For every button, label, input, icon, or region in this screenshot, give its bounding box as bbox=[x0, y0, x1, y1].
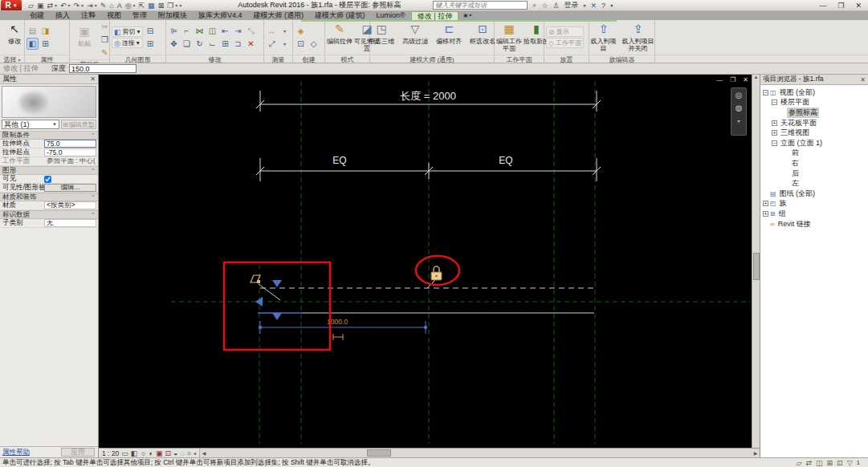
tree-item-elevations[interactable]: − 立面 (立面 1) bbox=[763, 138, 868, 148]
undo-icon[interactable]: ↶ bbox=[60, 1, 67, 10]
crop-view-icon[interactable]: ▣ bbox=[156, 449, 163, 458]
drag-elements-icon[interactable]: ⊡ bbox=[837, 459, 843, 467]
paste-button[interactable]: ▣ 粘贴 bbox=[71, 24, 97, 56]
dimension-tool-icon[interactable]: ⤢ bbox=[266, 38, 278, 50]
collapse-toggle[interactable]: − bbox=[772, 99, 777, 105]
detail-level-icon[interactable]: ▭ bbox=[121, 449, 128, 458]
extrusion-start-input[interactable]: -75.0 bbox=[44, 148, 96, 156]
view-close-icon[interactable]: ✕ bbox=[743, 76, 748, 83]
exchange-apps-icon[interactable]: ✕ bbox=[591, 2, 597, 10]
scroll-right-icon[interactable]: ▶ bbox=[752, 450, 760, 456]
align-icon[interactable]: ⊫ bbox=[168, 25, 180, 37]
open-icon[interactable]: ▱ bbox=[28, 1, 34, 10]
sun-path-icon[interactable]: ☼ bbox=[140, 449, 146, 458]
tree-item-revit-links[interactable]: ∞ Revit 链接 bbox=[763, 219, 868, 229]
load-into-project-button[interactable]: ⇧ 载入到项目 bbox=[590, 22, 617, 54]
wall-joins-icon[interactable]: ⊟ bbox=[145, 25, 157, 37]
default-3d-view-icon[interactable]: ◎ bbox=[125, 1, 132, 10]
match-type-icon[interactable]: ✎ bbox=[99, 47, 111, 59]
create-group-icon[interactable]: ⊡ bbox=[295, 38, 307, 50]
chevron-down-icon[interactable]: ▾ bbox=[610, 2, 613, 8]
beam-join-icon[interactable]: ⊞ bbox=[145, 38, 157, 50]
tab-view[interactable]: 视图 bbox=[101, 11, 127, 20]
eq-label-left[interactable]: EQ bbox=[332, 155, 346, 166]
vertical-scrollbar[interactable]: ▲ bbox=[752, 75, 760, 448]
tree-item-sheets[interactable]: ▤ 图纸 (全部) bbox=[763, 189, 868, 199]
help-icon[interactable]: ? bbox=[601, 2, 605, 10]
tag-icon[interactable]: ⌂ bbox=[109, 1, 113, 10]
vertical-scroll-thumb[interactable] bbox=[753, 253, 760, 280]
tree-item-floorplans[interactable]: − 楼层平面 bbox=[763, 98, 868, 108]
array-icon[interactable]: ⊞ bbox=[219, 38, 231, 50]
expand-toggle[interactable]: + bbox=[772, 130, 777, 136]
steering-wheel-icon[interactable]: ◎ bbox=[736, 91, 743, 99]
join-geometry-button[interactable]: ◎连接▾ bbox=[112, 38, 143, 48]
aligned-dimension-icon[interactable]: ✎ bbox=[100, 1, 107, 10]
collapse-toggle[interactable]: − bbox=[763, 90, 768, 95]
tree-item-left[interactable]: 左 bbox=[763, 178, 868, 189]
redo-icon[interactable]: ↷ bbox=[74, 1, 80, 10]
expand-toggle[interactable]: + bbox=[772, 120, 777, 126]
tree-item-right[interactable]: 右 bbox=[763, 158, 868, 169]
type-preview[interactable] bbox=[2, 86, 96, 118]
tree-item-ref-level[interactable]: 参照标高 bbox=[763, 108, 868, 118]
depth-input[interactable] bbox=[69, 64, 137, 73]
signin-label[interactable]: 登录 bbox=[564, 0, 579, 10]
expand-toggle[interactable]: + bbox=[763, 201, 768, 206]
mirror-pick-axis-icon[interactable]: ⋈ bbox=[194, 25, 206, 37]
edit-workplane-button[interactable]: ▦ 编辑工作平面 bbox=[496, 22, 522, 54]
close-icon[interactable]: ✕ bbox=[855, 2, 862, 10]
tab-lumion[interactable]: Lumion® bbox=[371, 11, 411, 20]
trim-extend-icon[interactable]: ⌙ bbox=[206, 38, 218, 50]
design-options-icon[interactable]: ◫ bbox=[816, 459, 823, 467]
chevron-down-icon[interactable]: ▾ bbox=[279, 38, 291, 50]
show-constraints-icon[interactable]: ⌗ bbox=[187, 449, 191, 458]
worksharing-icon[interactable]: ▱ bbox=[797, 459, 802, 467]
rotate-icon[interactable]: ↻ bbox=[194, 38, 206, 50]
chevron-down-icon[interactable]: ▾ bbox=[175, 1, 177, 10]
collapse-toggle[interactable]: − bbox=[772, 140, 777, 146]
scroll-up-icon[interactable]: ▲ bbox=[754, 75, 759, 79]
eq-label-right[interactable]: EQ bbox=[499, 155, 512, 166]
chevron-down-icon[interactable]: ▾ bbox=[68, 1, 71, 10]
temporary-hide-isolate-icon[interactable]: ◒ bbox=[173, 449, 177, 458]
expand-toggle[interactable]: + bbox=[763, 211, 768, 217]
chevron-left-icon[interactable]: ◂ bbox=[194, 449, 196, 458]
temp-dim-grip[interactable] bbox=[424, 326, 427, 329]
thin-lines-icon[interactable]: ▦ bbox=[148, 1, 155, 10]
create-assembly-icon[interactable]: ◇ bbox=[308, 38, 320, 50]
dim-style-toggle-icon[interactable] bbox=[333, 334, 343, 340]
tree-item-ceilingplans[interactable]: + 天花板平面 bbox=[763, 118, 868, 128]
horizontal-scrollbar[interactable]: ◀ ▶ bbox=[200, 449, 760, 457]
show-crop-region-icon[interactable]: ⊡ bbox=[165, 449, 172, 458]
user-icon[interactable]: ♙ bbox=[552, 2, 559, 10]
shape-handle-down[interactable] bbox=[272, 280, 282, 287]
advanced-filter-button[interactable]: ▽ 高级过滤 bbox=[401, 22, 430, 54]
visible-checkbox[interactable] bbox=[44, 176, 51, 183]
switch-windows-icon[interactable]: ❐ bbox=[167, 1, 173, 10]
offset-align-button[interactable]: ⊏ 偏移对齐 bbox=[434, 22, 463, 54]
drawing-area[interactable]: — ❐ ✕ ◎ ◍ ▾ bbox=[99, 75, 760, 457]
box-select-3d-button[interactable]: ◳ 框选三维 bbox=[367, 22, 396, 54]
property-sheet-icon[interactable]: ▤ bbox=[26, 25, 39, 37]
apply-button[interactable]: 应用 bbox=[61, 448, 95, 457]
help-search-box[interactable] bbox=[433, 1, 528, 10]
padlock-shackle[interactable] bbox=[434, 266, 439, 272]
properties-help-link[interactable]: 属性帮助 bbox=[2, 448, 30, 457]
load-into-project-close-button[interactable]: ⇪ 载入到项目并关闭 bbox=[622, 22, 654, 54]
tree-item-front[interactable]: 前 bbox=[763, 148, 868, 159]
view-restore-icon[interactable]: ❐ bbox=[730, 76, 736, 83]
copy-icon[interactable]: ❐ bbox=[99, 34, 111, 46]
tree-item-back[interactable]: 后 bbox=[763, 169, 868, 179]
filter-icon[interactable]: ▽ bbox=[847, 459, 853, 467]
tab-addins[interactable]: 附加模块 bbox=[153, 11, 193, 20]
tree-item-views[interactable]: − ◫ 视图 (全部) bbox=[763, 87, 868, 98]
length-dimension-label[interactable]: 长度 = 2000 bbox=[400, 90, 456, 102]
save-icon[interactable]: ▣ bbox=[37, 1, 44, 10]
measure-tool-icon[interactable]: ↔ bbox=[266, 25, 278, 37]
delete-icon[interactable]: ✕ bbox=[245, 38, 257, 50]
pin-icon[interactable]: ⊐ bbox=[232, 38, 244, 50]
split-gap-icon[interactable]: ⇥ bbox=[232, 25, 244, 37]
sync-icon[interactable]: ⇄ bbox=[47, 1, 53, 10]
shape-handle-down[interactable] bbox=[272, 313, 282, 320]
